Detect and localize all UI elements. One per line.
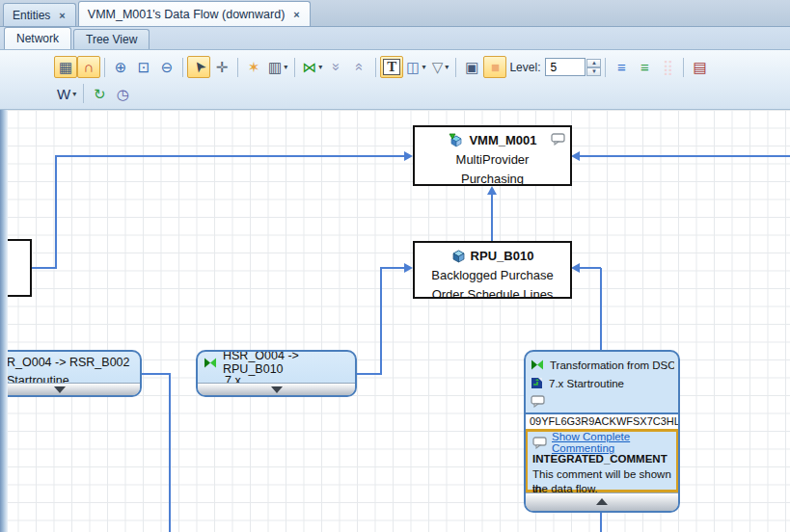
zoom-page-button[interactable]: ⊡ [132,56,155,78]
select-cursor-button[interactable]: ➤ [187,56,210,78]
toolbar-separator [237,58,238,77]
zoom-page-icon: ⊡ [138,60,150,74]
print-button[interactable]: ▣ [460,56,483,78]
snap-magnet-button[interactable]: ∩ [77,56,100,78]
node-vmm-m001[interactable]: VMM_M001 MultiProvider Purchasing [413,125,572,186]
edge-hsr-to-rpu [357,373,382,375]
print-icon: ▣ [465,60,478,74]
matrix-dots-button[interactable]: ⣿ [656,56,679,78]
chevron-down-icon [271,386,283,393]
close-icon[interactable]: × [292,9,300,20]
diagram-canvas[interactable]: VMM_M001 MultiProvider Purchasing RPU_B0… [0,110,790,532]
tab-entities[interactable]: Entities × [3,3,76,26]
dataflow-model-button[interactable]: W▾ [54,83,79,105]
node-arrange-button[interactable]: ▥▾ [265,56,290,78]
collapse-bar[interactable] [526,492,678,511]
detail-view-button[interactable]: ◫▾ [403,56,428,78]
layers-edit-icon: ≡ [617,60,626,74]
scheduler-clock-icon: ◷ [117,87,129,101]
level-down-button[interactable]: ▼ [586,67,601,76]
edge-comment-to-rpu [600,268,602,350]
show-text-button[interactable]: T [380,56,403,78]
edge-hsr-to-rpu [380,267,405,269]
zoom-in-button[interactable]: ⊕ [109,56,132,78]
edge-leftbox-to-vmm [55,155,57,268]
multiprovider-icon [448,133,464,147]
arrowhead-icon [571,263,580,273]
comment-bubble-icon[interactable] [551,133,565,146]
node-transform-rsr-b002[interactable]: R_O004 -> RSR_B002 Startroutine [0,350,142,397]
toolbar-separator [104,58,105,77]
node-transform-commented[interactable]: Transformation from DSO HP... 7.x Startr… [524,350,680,513]
transformation-bowtie-icon [531,359,544,370]
expand-bar[interactable] [198,383,355,395]
arrowhead-icon [404,151,413,161]
zoom-in-icon: ⊕ [115,60,127,74]
comment-bubble-icon[interactable] [531,395,545,408]
tab-entities-label: Entities [13,9,50,22]
arrowhead-icon [571,151,580,161]
edge-comment-down [600,513,602,532]
comment-title: INTEGRATED_COMMENT [532,451,672,467]
refresh-icon: ↻ [94,87,106,101]
pan-hand-button[interactable]: ✛ [210,56,233,78]
auto-layout-wand-button[interactable]: ✶ [242,56,265,78]
zoom-out-icon: ⊖ [161,60,174,74]
transform-title: R_O004 -> RSR_B002 [7,356,130,369]
node-rpu-desc1: Backlogged Purchase [415,266,570,285]
chevron-up-icon [596,498,608,505]
pan-hand-icon: ✛ [216,60,229,74]
expand-bar[interactable] [0,383,140,395]
toolbar-separator [455,58,456,77]
show-text-icon: T [383,59,400,75]
detail-view-icon: ◫ [406,60,420,74]
edge-leftbox-to-vmm [32,267,57,269]
arrowhead-icon [404,263,413,273]
expand-all-icon: » [330,63,344,70]
edge-leftbox-to-vmm [55,155,404,157]
layers-edit-button[interactable]: ≡ [610,56,633,78]
level-input[interactable] [545,58,586,76]
dropdown-arrow-icon: ▾ [422,63,425,71]
toolbar-separator [683,58,684,77]
toolbar-separator [294,58,295,77]
level-label: Level: [509,61,540,74]
edge-lefttransform-down [142,373,171,375]
node-rpu-b010[interactable]: RPU_B010 Backlogged Purchase Order Sched… [413,241,572,299]
dropdown-arrow-icon: ▾ [72,90,76,98]
transformation-button[interactable]: ⋈▾ [299,56,325,78]
dropdown-arrow-icon: ▾ [284,63,287,71]
highlight-frame-button[interactable]: ■ [483,56,506,78]
legend-icon: ▤ [693,60,706,74]
tab-network-label: Network [16,32,59,45]
select-cursor-icon: ➤ [189,58,208,76]
tab-dataflow[interactable]: VMM_M001's Data Flow (downward) × [78,1,311,26]
node-rpu-title: RPU_B010 [471,249,534,263]
scheduler-clock-button[interactable]: ◷ [111,83,134,105]
close-icon[interactable]: × [58,10,66,21]
node-arrange-icon: ▥ [268,60,282,74]
toolbar-separator [182,58,183,77]
comment-bubble-icon [532,437,547,449]
collapse-all-button[interactable]: « [348,56,371,78]
toolbar-separator [605,58,606,77]
zoom-out-button[interactable]: ⊖ [155,56,178,78]
view-tab-bar: Network Tree View [0,27,790,50]
refresh-button[interactable]: ↻ [88,83,111,105]
filter-button[interactable]: ▽▾ [428,56,451,78]
legend-button[interactable]: ▤ [688,56,711,78]
layers-color-button[interactable]: ≡ [633,56,656,78]
matrix-dots-icon: ⣿ [663,60,673,74]
edge-lefttransform-down [169,373,171,532]
align-grid-button[interactable]: ▦ [54,56,77,78]
level-up-button[interactable]: ▲ [586,59,601,67]
tab-tree-view[interactable]: Tree View [73,29,150,49]
node-transform-hsr-o004[interactable]: HSR_O004 -> RPU_B010 7.x [196,350,357,397]
transformation-bowtie-icon [204,358,217,368]
expand-all-button[interactable]: » [325,56,348,78]
integrated-comment-box: Show Complete Commenting INTEGRATED_COMM… [525,429,679,492]
tab-network[interactable]: Network [4,27,71,49]
toolbar-separator [83,84,84,103]
startroutine-icon [531,377,543,389]
transform-guid: 09YFL6G3R9ACKWFSX7C3HLVK7... [526,412,678,429]
